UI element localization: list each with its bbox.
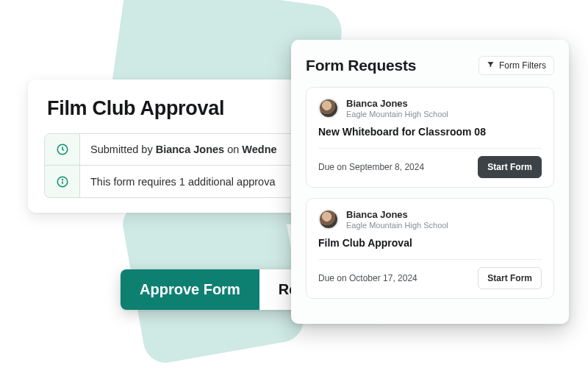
submitted-text: Submitted by Bianca Jones on Wedne bbox=[80, 144, 287, 155]
requester-name: Bianca Jones bbox=[346, 209, 448, 220]
svg-point-3 bbox=[62, 179, 62, 180]
approve-button[interactable]: Approve Form bbox=[121, 269, 259, 310]
form-filters-button[interactable]: Form Filters bbox=[478, 56, 554, 75]
filter-icon bbox=[487, 60, 495, 71]
request-title: New Whiteboard for Classroom 08 bbox=[318, 126, 542, 138]
clock-icon bbox=[45, 134, 80, 165]
avatar bbox=[318, 209, 339, 230]
due-date: Due on October 17, 2024 bbox=[318, 273, 417, 283]
info-icon bbox=[45, 166, 80, 197]
start-form-button[interactable]: Start Form bbox=[478, 156, 542, 178]
filter-label: Form Filters bbox=[499, 60, 546, 71]
form-requests-panel: Form Requests Form Filters Bianca Jones … bbox=[291, 40, 569, 324]
requester-school: Eagle Mountain High School bbox=[346, 221, 448, 230]
due-date: Due on September 8, 2024 bbox=[318, 162, 424, 172]
requester-school: Eagle Mountain High School bbox=[346, 110, 448, 118]
request-title: Film Club Approval bbox=[318, 237, 542, 249]
avatar bbox=[318, 98, 339, 118]
submitted-row: Submitted by Bianca Jones on Wedne bbox=[44, 133, 328, 166]
requester-name: Bianca Jones bbox=[346, 98, 448, 109]
requires-text: This form requires 1 additional approva bbox=[80, 176, 285, 188]
request-card: Bianca Jones Eagle Mountain High School … bbox=[306, 198, 554, 299]
requires-row: This form requires 1 additional approva bbox=[44, 166, 328, 198]
requests-heading: Form Requests bbox=[306, 57, 416, 74]
request-card: Bianca Jones Eagle Mountain High School … bbox=[306, 87, 554, 188]
start-form-button[interactable]: Start Form bbox=[478, 267, 542, 289]
